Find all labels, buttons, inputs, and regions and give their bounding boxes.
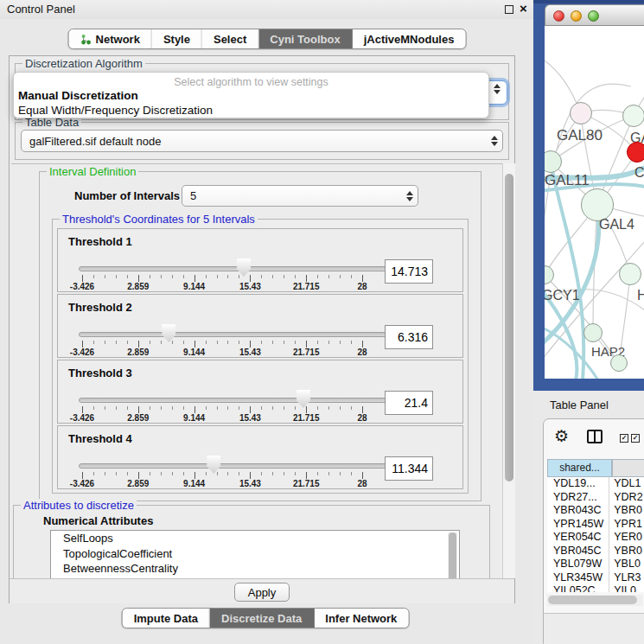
attribute-list-item[interactable]: BetweennessCentrality <box>51 561 459 577</box>
float-window-icon[interactable] <box>505 5 513 14</box>
table-row[interactable]: YPR145WYPR1 <box>547 518 644 532</box>
table-data-select[interactable]: galFiltered.sif default node <box>21 130 503 152</box>
threshold-value-field[interactable]: 6.316 <box>385 325 433 349</box>
tab-jactivemnodules[interactable]: jActiveMNodules <box>353 29 466 48</box>
table-row[interactable]: YDR27...YDR2 <box>547 491 644 505</box>
tab-select[interactable]: Select <box>202 29 258 48</box>
tick-mark <box>161 341 162 344</box>
table-column-header[interactable]: shared... <box>547 459 612 477</box>
network-node-gal80[interactable] <box>570 102 592 124</box>
tick-mark <box>261 341 262 344</box>
table-row[interactable]: YBR045CYBR0 <box>547 545 644 558</box>
tick-label: 2.859 <box>127 479 149 488</box>
slider-tick-labels: -3.4262.8599.14415.4321.71528 <box>82 348 362 357</box>
tick-mark <box>105 275 105 278</box>
tick-mark <box>161 275 162 278</box>
slider-tick-labels: -3.4262.8599.14415.4321.71528 <box>82 479 362 488</box>
table-row[interactable]: YBR043CYBR0 <box>547 504 644 518</box>
tab-discretize-data[interactable]: Discretize Data <box>210 609 314 628</box>
table-row[interactable]: YIL052CYIL0 <box>547 584 644 592</box>
threshold-value-field[interactable]: 11.344 <box>385 456 433 481</box>
stepper-down-icon <box>406 197 413 201</box>
network-node-c[interactable] <box>627 142 644 163</box>
tick-mark <box>295 275 296 278</box>
tick-label: 9.144 <box>183 413 205 423</box>
panel-scrollbar-thumb[interactable] <box>505 174 513 481</box>
threshold-value-field[interactable]: 14.713 <box>385 259 433 284</box>
slider-thumb[interactable] <box>162 324 175 342</box>
close-traffic-light[interactable] <box>553 10 564 22</box>
table-data-select-stepper <box>487 136 502 146</box>
cyni-toolbox-pane: Discretization Algorithm Select algorith… <box>9 55 515 603</box>
tick-label: 21.715 <box>293 282 320 291</box>
stepper-up-icon <box>491 136 498 140</box>
slider-thumb[interactable] <box>237 258 251 277</box>
attribute-list-item[interactable]: TopologicalCoefficient <box>51 546 459 562</box>
tick-mark <box>328 406 329 410</box>
tick-mark <box>183 406 184 410</box>
list-scrollbar-thumb[interactable] <box>449 532 456 578</box>
slider-track[interactable] <box>79 398 388 403</box>
slider-thumb[interactable] <box>207 456 220 474</box>
tab-cyni-toolbox[interactable]: Cyni Toolbox <box>258 29 352 48</box>
tick-mark <box>351 275 352 278</box>
tick-mark <box>183 275 184 278</box>
tick-mark <box>150 275 150 278</box>
tick-label: 2.859 <box>127 282 149 291</box>
minimize-traffic-light[interactable] <box>571 10 582 22</box>
table-horizontal-scrollbar-thumb[interactable] <box>548 596 637 604</box>
close-icon[interactable]: × <box>520 1 527 16</box>
table-row[interactable]: YBL079WYBL0 <box>547 558 644 571</box>
table-row[interactable]: YDL19...YDL1 <box>547 477 644 491</box>
table-row[interactable]: YLR345WYLR3 <box>547 571 644 585</box>
slider-track[interactable] <box>79 266 388 271</box>
gear-icon[interactable]: ⚙ <box>554 428 569 444</box>
algorithm-option[interactable]: Equal Width/Frequency Discretization <box>18 104 213 117</box>
threshold-box-1: Threshold 1-3.4262.8599.14415.4321.71528… <box>57 228 463 292</box>
slider-track[interactable] <box>79 332 388 337</box>
tick-mark <box>217 406 218 410</box>
tick-mark <box>250 341 251 348</box>
column-browser-icon[interactable] <box>587 430 603 443</box>
algorithm-select-stepper[interactable] <box>489 84 505 94</box>
number-of-intervals-stepper <box>402 191 418 201</box>
table-column-header[interactable]: na <box>612 459 644 477</box>
network-node-ga[interactable] <box>622 105 644 127</box>
number-of-intervals-select[interactable]: 5 <box>182 185 418 207</box>
table-cell: YBR043C <box>547 504 609 518</box>
network-canvas[interactable]: GAL80GACGAL11GAL4GCY1HHAP2 <box>545 26 644 379</box>
panel-scrollbar[interactable] <box>502 163 515 578</box>
stepper-up-icon <box>406 191 413 195</box>
list-scrollbar[interactable] <box>448 532 457 578</box>
tick-mark <box>172 472 173 475</box>
tick-mark <box>82 472 83 479</box>
numerical-attributes-list[interactable]: SelfLoopsTopologicalCoefficientBetweenne… <box>50 530 460 578</box>
tick-mark <box>284 341 284 344</box>
zoom-traffic-light[interactable] <box>588 10 599 22</box>
threshold-value-field[interactable]: 21.4 <box>385 391 433 415</box>
tab-impute-data[interactable]: Impute Data <box>123 609 210 628</box>
table-cell: YBR0 <box>609 545 644 558</box>
network-node[interactable] <box>610 354 628 372</box>
tick-mark <box>206 406 207 410</box>
algorithm-option[interactable]: Manual Discretization <box>18 89 138 102</box>
tab-style[interactable]: Style <box>152 29 202 48</box>
network-node-hap2[interactable] <box>583 323 603 342</box>
tab-network[interactable]: Network <box>69 29 152 48</box>
slider-thumb[interactable] <box>296 390 310 408</box>
network-node-h[interactable] <box>619 263 641 285</box>
tick-mark <box>194 275 195 282</box>
tick-mark <box>194 406 195 413</box>
attribute-list-item[interactable]: SelfLoops <box>51 531 459 546</box>
table-row[interactable]: YER054CYER0 <box>547 531 644 545</box>
tick-mark <box>328 275 329 278</box>
tick-mark <box>150 472 150 475</box>
tick-mark <box>227 275 228 278</box>
slider-track[interactable] <box>79 463 388 469</box>
checkbox-icon[interactable]: ✓ <box>620 434 628 443</box>
tick-mark <box>284 472 284 475</box>
tab-infer-network[interactable]: Infer Network <box>314 609 408 628</box>
checkbox-icon[interactable]: ✓ <box>631 434 640 443</box>
table-horizontal-scrollbar[interactable] <box>547 595 643 606</box>
apply-button[interactable]: Apply <box>234 583 290 602</box>
